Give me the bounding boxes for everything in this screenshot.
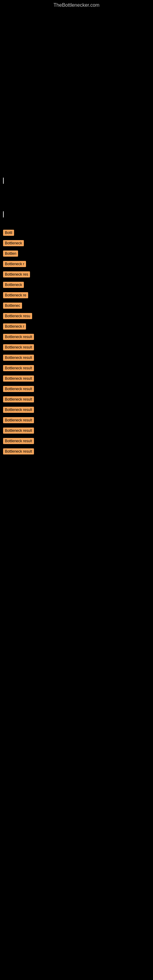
- bottleneck-badge[interactable]: Bottleneck result: [3, 355, 34, 361]
- bottleneck-badge[interactable]: Bottleneck result: [3, 344, 34, 350]
- list-item: Bottleneck result: [3, 355, 150, 361]
- bottleneck-badge[interactable]: Bottleneck re: [3, 292, 28, 298]
- bottleneck-badge[interactable]: Bottleneck result: [3, 375, 34, 382]
- bottleneck-badge[interactable]: Bottleneck result: [3, 428, 34, 434]
- bottleneck-badge[interactable]: Bottleneck result: [3, 449, 34, 455]
- list-item: Bottleneck result: [3, 417, 150, 423]
- bottleneck-badge[interactable]: Bottl: [3, 230, 14, 236]
- list-item: Bottlen: [3, 250, 150, 257]
- bottleneck-badge[interactable]: Bottleneck result: [3, 386, 34, 392]
- list-item: Bottlenec: [3, 302, 150, 309]
- cursor-bar-2: [3, 211, 4, 218]
- list-item: Bottleneck re: [3, 292, 150, 298]
- bottleneck-badge[interactable]: Bottleneck r: [3, 323, 26, 329]
- bottleneck-items-list: BottlBottleneckBottlenBottleneck rBottle…: [3, 230, 150, 455]
- bottleneck-badge[interactable]: Bottlen: [3, 250, 18, 257]
- list-item: Bottleneck result: [3, 428, 150, 434]
- list-item: Bottleneck result: [3, 344, 150, 350]
- list-item: Bottleneck resu: [3, 313, 150, 319]
- cursor-bar-1: [3, 178, 4, 184]
- bottleneck-badge[interactable]: Bottleneck: [3, 282, 24, 288]
- list-item: Bottleneck res: [3, 271, 150, 277]
- bottleneck-badge[interactable]: Bottleneck res: [3, 271, 30, 277]
- bottleneck-badge[interactable]: Bottleneck result: [3, 417, 34, 423]
- list-item: Bottleneck: [3, 282, 150, 288]
- list-item: Bottleneck r: [3, 261, 150, 267]
- list-item: Bottleneck result: [3, 407, 150, 413]
- bottleneck-badge[interactable]: Bottleneck result: [3, 334, 34, 340]
- list-item: Bottleneck result: [3, 438, 150, 444]
- list-item: Bottleneck result: [3, 375, 150, 382]
- list-item: Bottleneck r: [3, 323, 150, 329]
- bottleneck-badge[interactable]: Bottleneck: [3, 240, 24, 246]
- bottleneck-badge[interactable]: Bottlenec: [3, 302, 22, 309]
- list-item: Bottl: [3, 230, 150, 236]
- list-item: Bottleneck result: [3, 334, 150, 340]
- bottleneck-badge[interactable]: Bottleneck result: [3, 365, 34, 371]
- bottleneck-badge[interactable]: Bottleneck result: [3, 407, 34, 413]
- list-item: Bottleneck result: [3, 396, 150, 402]
- list-item: Bottleneck result: [3, 449, 150, 455]
- list-item: Bottleneck result: [3, 386, 150, 392]
- bottleneck-badge[interactable]: Bottleneck result: [3, 396, 34, 402]
- bottleneck-badge[interactable]: Bottleneck resu: [3, 313, 32, 319]
- list-item: Bottleneck: [3, 240, 150, 246]
- bottleneck-badge[interactable]: Bottleneck r: [3, 261, 26, 267]
- bottleneck-badge[interactable]: Bottleneck result: [3, 438, 34, 444]
- site-title: TheBottlenecker.com: [0, 0, 153, 8]
- list-item: Bottleneck result: [3, 365, 150, 371]
